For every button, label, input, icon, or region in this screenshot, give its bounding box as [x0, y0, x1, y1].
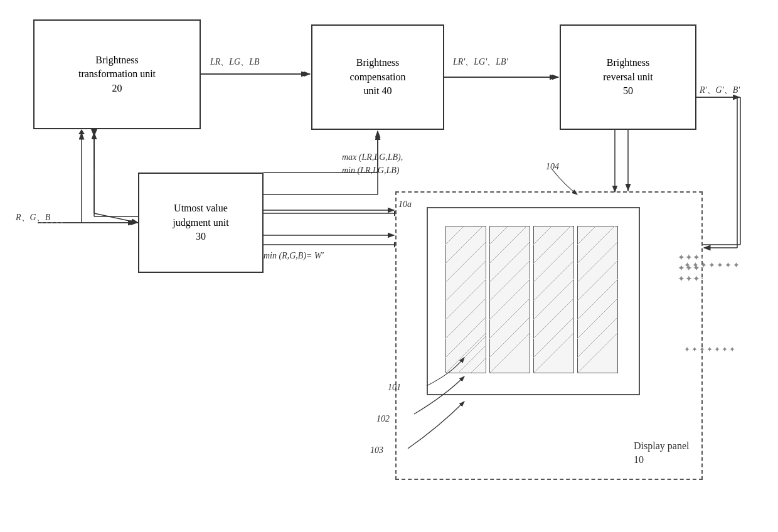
svg-line-46	[577, 260, 618, 301]
svg-line-35	[533, 226, 552, 245]
svg-line-59	[94, 213, 138, 223]
svg-line-23	[445, 332, 486, 373]
ref-101: 101	[388, 383, 401, 393]
svg-line-31	[489, 279, 530, 320]
svg-line-50	[577, 332, 618, 373]
brightness-compensation-box: Brightness compensation unit 40	[311, 24, 444, 130]
svg-line-48	[577, 298, 618, 339]
svg-line-42	[533, 332, 574, 373]
svg-line-21	[445, 298, 486, 339]
hatch-4	[577, 226, 618, 373]
svg-line-40	[533, 298, 574, 339]
svg-marker-74	[91, 129, 97, 137]
ref-102: 102	[376, 414, 390, 424]
svg-marker-75	[78, 129, 85, 134]
svg-line-36	[533, 226, 571, 263]
brightness-transform-box: Brightness transformation unit 20	[33, 19, 201, 129]
ref-10a: 10a	[398, 200, 412, 210]
svg-line-39	[533, 279, 574, 320]
brightness-reversal-label: Brightness reversal unit 50	[603, 56, 653, 98]
svg-line-34	[489, 332, 530, 373]
max-min-label: max (LR,LG,LB),min (LR,LG,LB)	[342, 151, 403, 177]
ref-103: 103	[370, 445, 383, 455]
asterisk-pattern-right: ✦✦✦✦✦✦✦	[684, 260, 741, 270]
svg-line-17	[445, 226, 483, 263]
svg-text:✦✦✦✦✦✦: ✦✦✦✦✦✦	[678, 274, 703, 284]
hatch-2	[489, 226, 530, 373]
svg-line-20	[445, 279, 486, 320]
hatch-3	[533, 226, 574, 373]
svg-line-26	[471, 358, 486, 373]
svg-line-27	[489, 226, 508, 245]
svg-line-33	[489, 317, 530, 358]
svg-line-24	[449, 336, 486, 373]
ref-104: 104	[546, 162, 559, 172]
svg-line-25	[458, 345, 486, 373]
brightness-compensation-label: Brightness compensation unit 40	[350, 56, 406, 98]
lr-lg-lb-prime-label: LR'、LG'、LB'	[453, 56, 508, 68]
utmost-value-label: Utmost value judgment unit 30	[173, 201, 228, 243]
hatch-1	[445, 226, 486, 373]
svg-line-18	[445, 242, 486, 282]
svg-line-45	[577, 242, 618, 282]
svg-line-30	[489, 260, 530, 301]
svg-line-47	[577, 279, 618, 320]
svg-line-49	[577, 317, 618, 358]
svg-line-37	[533, 242, 574, 282]
svg-line-38	[533, 260, 574, 301]
min-rgb-label: min (R,G,B)= W'	[264, 251, 324, 261]
svg-line-29	[489, 242, 530, 282]
brightness-transform-label: Brightness transformation unit 20	[78, 53, 156, 95]
svg-line-41	[533, 317, 574, 358]
svg-line-43	[577, 226, 596, 245]
diagram: Brightness transformation unit 20 Bright…	[0, 0, 778, 532]
svg-line-19	[445, 260, 486, 301]
svg-line-32	[489, 298, 530, 339]
asterisk-pattern-right-2: ✦✦✦✦✦✦✦	[684, 345, 737, 354]
svg-line-16	[445, 226, 464, 245]
svg-line-28	[489, 226, 527, 263]
lr-lg-lb-label: LR、LG、LB	[210, 56, 260, 68]
svg-line-44	[577, 226, 615, 263]
r-g-b-prime-label: R'、G'、B'	[700, 85, 740, 96]
brightness-reversal-box: Brightness reversal unit 50	[560, 24, 696, 130]
r-g-b-input-label: R、G、B	[16, 212, 50, 223]
display-panel-label: Display panel10	[634, 439, 689, 467]
utmost-value-box: Utmost value judgment unit 30	[138, 173, 264, 273]
